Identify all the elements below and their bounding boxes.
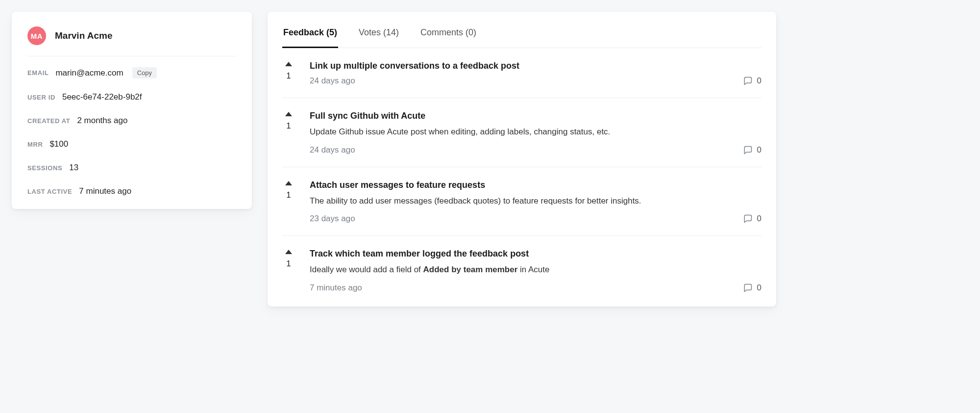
- copy-button[interactable]: Copy: [132, 67, 157, 78]
- vote-control: 1: [282, 111, 295, 155]
- upvote-icon[interactable]: [285, 112, 292, 116]
- comment-icon: [742, 283, 753, 293]
- feedback-item[interactable]: 1 Track which team member logged the fee…: [282, 236, 761, 305]
- field-value: 7 minutes ago: [79, 186, 131, 196]
- vote-count: 1: [286, 190, 291, 200]
- field-mrr: MRR $100: [27, 139, 236, 149]
- feedback-time: 7 minutes ago: [310, 283, 362, 293]
- feedback-content: Attach user messages to feature requests…: [310, 180, 761, 224]
- field-email: EMAIL marin@acme.com Copy: [27, 67, 236, 78]
- vote-count: 1: [286, 121, 291, 131]
- field-value: marin@acme.com: [55, 68, 123, 78]
- feedback-title: Track which team member logged the feedb…: [310, 249, 761, 259]
- tab-feedback[interactable]: Feedback (5): [282, 21, 338, 48]
- field-value: 2 months ago: [77, 116, 127, 126]
- feedback-title: Full sync Github with Acute: [310, 111, 761, 121]
- field-label: CREATED AT: [27, 117, 70, 125]
- comment-icon: [742, 145, 753, 155]
- comments-count: 0: [757, 214, 761, 224]
- field-created-at: CREATED AT 2 months ago: [27, 116, 236, 126]
- tab-comments[interactable]: Comments (0): [419, 21, 477, 48]
- comments-indicator[interactable]: 0: [742, 214, 761, 224]
- upvote-icon[interactable]: [285, 250, 292, 254]
- feedback-item[interactable]: 1 Attach user messages to feature reques…: [282, 167, 761, 236]
- feedback-title: Link up multiple conversations to a feed…: [310, 61, 761, 71]
- vote-count: 1: [286, 71, 291, 81]
- user-profile-card: MA Marvin Acme EMAIL marin@acme.com Copy…: [12, 12, 252, 209]
- avatar: MA: [27, 26, 46, 45]
- feedback-time: 24 days ago: [310, 145, 355, 155]
- profile-name: Marvin Acme: [55, 30, 113, 41]
- comments-count: 0: [757, 283, 761, 293]
- feedback-description: Update Github issue Acute post when edit…: [310, 126, 761, 138]
- feedback-description: The ability to add user messages (feedba…: [310, 195, 761, 207]
- comments-count: 0: [757, 76, 761, 86]
- field-last-active: LAST ACTIVE 7 minutes ago: [27, 186, 236, 196]
- tabs: Feedback (5) Votes (14) Comments (0): [282, 21, 761, 48]
- comments-indicator[interactable]: 0: [742, 145, 761, 155]
- upvote-icon[interactable]: [285, 181, 292, 185]
- feedback-item[interactable]: 1 Full sync Github with Acute Update Git…: [282, 98, 761, 167]
- tab-votes[interactable]: Votes (14): [358, 21, 400, 48]
- feedback-content: Link up multiple conversations to a feed…: [310, 61, 761, 86]
- field-value: 5eec-6e74-22eb-9b2f: [62, 92, 142, 102]
- comments-indicator[interactable]: 0: [742, 283, 761, 293]
- feedback-time: 24 days ago: [310, 76, 355, 86]
- feedback-content: Full sync Github with Acute Update Githu…: [310, 111, 761, 155]
- feedback-panel: Feedback (5) Votes (14) Comments (0) 1 L…: [268, 12, 776, 307]
- field-label: LAST ACTIVE: [27, 188, 72, 195]
- comment-icon: [742, 214, 753, 224]
- field-label: MRR: [27, 141, 43, 148]
- field-value: $100: [49, 139, 68, 149]
- comments-count: 0: [757, 145, 761, 155]
- field-sessions: SESSIONS 13: [27, 163, 236, 173]
- vote-control: 1: [282, 61, 295, 86]
- field-label: SESSIONS: [27, 164, 62, 172]
- field-label: EMAIL: [27, 69, 49, 77]
- profile-header: MA Marvin Acme: [27, 26, 236, 56]
- vote-control: 1: [282, 249, 295, 293]
- field-label: USER ID: [27, 94, 55, 101]
- field-user-id: USER ID 5eec-6e74-22eb-9b2f: [27, 92, 236, 102]
- feedback-item[interactable]: 1 Link up multiple conversations to a fe…: [282, 48, 761, 98]
- vote-control: 1: [282, 180, 295, 224]
- field-value: 13: [69, 163, 78, 173]
- upvote-icon[interactable]: [285, 62, 292, 66]
- vote-count: 1: [286, 259, 291, 269]
- feedback-title: Attach user messages to feature requests: [310, 180, 761, 190]
- feedback-time: 23 days ago: [310, 214, 355, 224]
- feedback-list: 1 Link up multiple conversations to a fe…: [282, 48, 761, 305]
- comment-icon: [742, 76, 753, 86]
- feedback-content: Track which team member logged the feedb…: [310, 249, 761, 293]
- comments-indicator[interactable]: 0: [742, 76, 761, 86]
- feedback-description: Ideally we would add a field of Added by…: [310, 264, 761, 276]
